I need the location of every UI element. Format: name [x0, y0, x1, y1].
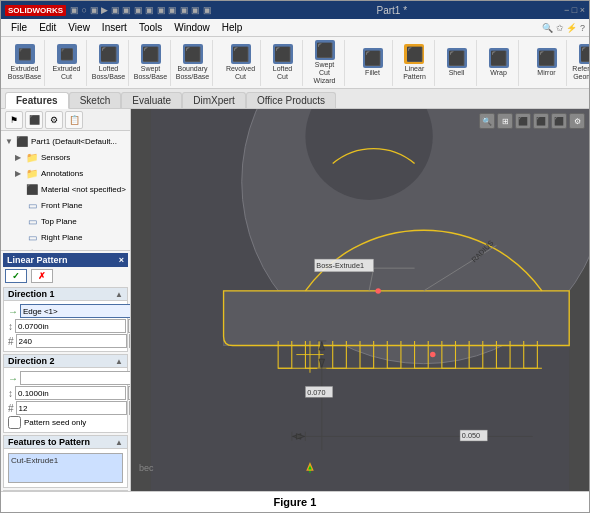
view-btn-search[interactable]: 🔍 [479, 113, 495, 129]
lofted-boss-icon: ⬛ [99, 44, 119, 64]
direction2-section: Direction 2 ▲ → ↔ ↕ ▲ [3, 354, 128, 433]
fillet-button[interactable]: ⬛ Fillet [362, 47, 384, 78]
swept-boss-icon: ⬛ [141, 44, 161, 64]
left-panel: ⚑ ⬛ ⚙ 📋 ▼ ⬛ Part1 (Default<Default... ▶ … [1, 109, 131, 491]
direction1-body: → ↔ ↕ ▲ # ▲ [4, 301, 127, 351]
view-btn-5[interactable]: ⬛ [551, 113, 567, 129]
menu-tools[interactable]: Tools [133, 21, 168, 34]
menu-insert[interactable]: Insert [96, 21, 133, 34]
direction2-count-row: # ▲ [8, 401, 123, 415]
toolbar-mirror: ⬛ Mirror [527, 40, 567, 86]
features-collapse-icon[interactable]: ▲ [115, 438, 123, 447]
menu-view[interactable]: View [62, 21, 96, 34]
tab-office[interactable]: Office Products [246, 92, 336, 108]
tab-dimxpert[interactable]: DimXpert [182, 92, 246, 108]
tree-item-material[interactable]: ⬛ Material <not specified> [3, 181, 128, 197]
svg-text:0.070: 0.070 [307, 388, 325, 397]
direction1-spacing-input[interactable] [15, 319, 126, 333]
bec-label: bec [139, 463, 154, 473]
menu-edit[interactable]: Edit [33, 21, 62, 34]
toolbar-extruded-cut: ⬛ ExtrudedCut [47, 40, 87, 86]
mirror-icon: ⬛ [537, 48, 557, 68]
extrude-boss-button[interactable]: ⬛ ExtrudedBoss/Base [7, 43, 42, 81]
tree-expand-front [15, 201, 25, 210]
features-to-pattern-header: Features to Pattern ▲ [4, 436, 127, 449]
direction2-count-input[interactable] [16, 401, 127, 415]
fillet-icon: ⬛ [363, 48, 383, 68]
pattern-seed-label: Pattern seed only [24, 418, 86, 427]
panel-close-icon[interactable]: × [119, 255, 124, 265]
direction1-edge-input[interactable] [20, 304, 130, 318]
tab-sketch[interactable]: Sketch [69, 92, 122, 108]
tree-label-sensors: Sensors [41, 153, 70, 162]
direction2-count-btn[interactable]: ▲ [129, 401, 130, 415]
direction1-label: Direction 1 [8, 289, 55, 299]
panel-btn-2[interactable]: ⬛ [25, 111, 43, 129]
tree-item-top-plane[interactable]: ▭ Top Plane [3, 213, 128, 229]
cancel-button[interactable]: ✗ [31, 269, 53, 283]
direction1-header: Direction 1 ▲ [4, 288, 127, 301]
title-bar: SOLIDWORKS ▣ ○ ▣ ▶ ▣ ▣ ▣ ▣ ▣ ▣ ▣ ▣ ▣ Par… [1, 1, 589, 19]
main-toolbar: ⬛ ExtrudedBoss/Base ⬛ ExtrudedCut ⬛ Loft… [1, 37, 589, 89]
toolbar-swept-cut: ⬛ Swept CutWizard [305, 40, 345, 86]
pattern-seed-checkbox[interactable] [8, 416, 21, 429]
tree-expand-part: ▼ [5, 137, 15, 146]
tree-item-front-plane[interactable]: ▭ Front Plane [3, 197, 128, 213]
tree-item-sensors[interactable]: ▶ 📁 Sensors [3, 149, 128, 165]
linear-pattern-icon: ⬛ [404, 44, 424, 64]
mirror-button[interactable]: ⬛ Mirror [536, 47, 558, 78]
tab-evaluate[interactable]: Evaluate [121, 92, 182, 108]
toolbar-swept-boss: ⬛ SweptBoss/Base [131, 40, 171, 86]
tree-item-annotations[interactable]: ▶ 📁 Annotations [3, 165, 128, 181]
features-to-pattern-body: Cut-Extrude1 [4, 449, 127, 487]
view-btn-3[interactable]: ⬛ [515, 113, 531, 129]
swept-boss-button[interactable]: ⬛ SweptBoss/Base [133, 43, 168, 81]
view-btn-2[interactable]: ⊞ [497, 113, 513, 129]
direction1-collapse-icon[interactable]: ▲ [115, 290, 123, 299]
linear-pattern-panel: Linear Pattern × ✓ ✗ Direction 1 ▲ [1, 251, 130, 491]
extruded-cut-icon: ⬛ [57, 44, 77, 64]
revolved-cut-button[interactable]: ⬛ RevolvedCut [225, 43, 256, 81]
wrap-button[interactable]: ⬛ Wrap [488, 47, 510, 78]
boundary-icon: ⬛ [183, 44, 203, 64]
tree-label-annotations: Annotations [41, 169, 83, 178]
direction2-spacing-btn[interactable]: ▲ [128, 386, 130, 400]
ref-geometry-button[interactable]: ⬛ ReferenceGeometry [571, 43, 589, 81]
lofted-boss-button[interactable]: ⬛ LoftedBoss/Base [91, 43, 126, 81]
revolved-cut-icon: ⬛ [231, 44, 251, 64]
direction1-edge-row: → ↔ [8, 304, 123, 318]
tab-features[interactable]: Features [5, 92, 69, 109]
direction1-count-btn[interactable]: ▲ [129, 334, 130, 348]
swept-cut-icon: ⬛ [315, 40, 335, 60]
panel-btn-4[interactable]: 📋 [65, 111, 83, 129]
ok-button[interactable]: ✓ [5, 269, 27, 283]
extruded-cut-button[interactable]: ⬛ ExtrudedCut [51, 43, 81, 81]
direction2-spacing-input[interactable] [15, 386, 126, 400]
direction2-edge-input[interactable] [20, 371, 130, 385]
menu-file[interactable]: File [5, 21, 33, 34]
toolbar-revolved-cut: ⬛ RevolvedCut [221, 40, 261, 86]
direction2-collapse-icon[interactable]: ▲ [115, 357, 123, 366]
shell-button[interactable]: ⬛ Shell [446, 47, 468, 78]
tree-expand-material [15, 185, 25, 194]
tree-item-right-plane[interactable]: ▭ Right Plane [3, 229, 128, 245]
panel-btn-1[interactable]: ⚑ [5, 111, 23, 129]
toolbar-shell: ⬛ Shell [437, 40, 477, 86]
direction1-spacing-btn[interactable]: ▲ [128, 319, 130, 333]
view-btn-4[interactable]: ⬛ [533, 113, 549, 129]
direction1-count-row: # ▲ [8, 334, 123, 348]
view-btn-settings[interactable]: ⚙ [569, 113, 585, 129]
front-plane-icon: ▭ [25, 198, 39, 212]
direction1-count-input[interactable] [16, 334, 127, 348]
features-list[interactable]: Cut-Extrude1 [8, 453, 123, 483]
svg-rect-3 [224, 291, 570, 346]
linear-pattern-button[interactable]: ⬛ LinearPattern [402, 43, 427, 81]
panel-mini-toolbar: ⚑ ⬛ ⚙ 📋 [1, 109, 130, 131]
tree-item-part[interactable]: ▼ ⬛ Part1 (Default<Default... [3, 133, 128, 149]
lofted-cut-button[interactable]: ⬛ LoftedCut [272, 43, 294, 81]
swept-cut-button[interactable]: ⬛ Swept CutWizard [309, 39, 340, 85]
boundary-button[interactable]: ⬛ BoundaryBoss/Base [175, 43, 210, 81]
menu-help[interactable]: Help [216, 21, 249, 34]
menu-window[interactable]: Window [168, 21, 216, 34]
panel-btn-3[interactable]: ⚙ [45, 111, 63, 129]
